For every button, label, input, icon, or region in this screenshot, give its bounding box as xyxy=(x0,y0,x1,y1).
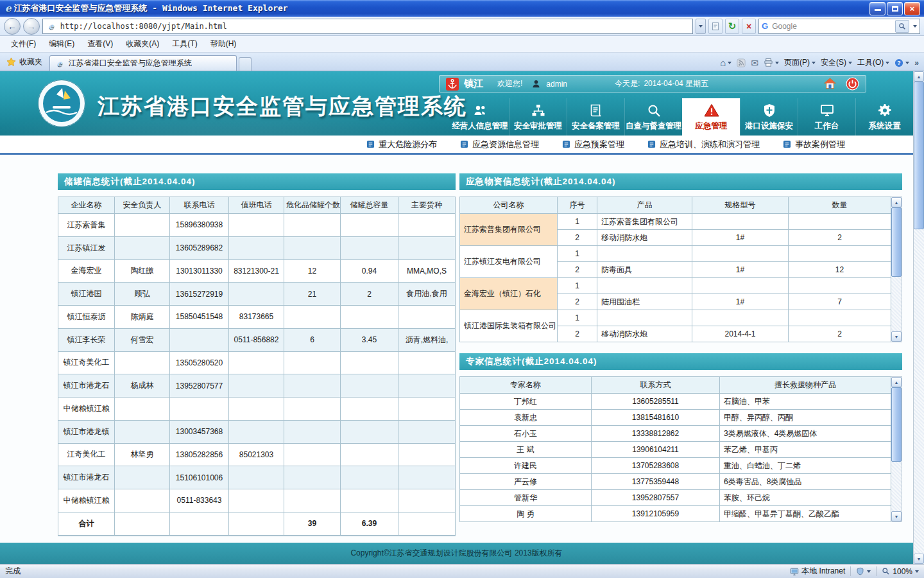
table-row[interactable]: 江苏镇江发电有限公司1 xyxy=(460,246,891,262)
menu-edit[interactable]: 编辑(E) xyxy=(43,36,80,52)
subnav-item-training[interactable]: 应急培训、演练和演习管理 xyxy=(647,139,760,150)
search-button[interactable] xyxy=(895,20,909,33)
nav-item-emergency[interactable]: 应急管理 xyxy=(682,98,740,136)
table-row[interactable]: 江苏镇江发13605289682 xyxy=(58,236,456,259)
menu-view[interactable]: 查看(V) xyxy=(81,36,119,52)
scroll-up-icon[interactable]: ▲ xyxy=(891,377,902,387)
refresh-button[interactable]: ↻ xyxy=(725,19,739,34)
table-cell xyxy=(341,306,398,329)
table-row[interactable]: 镇江市港龙镇13003457368 xyxy=(58,420,456,443)
table-row[interactable]: 江奇美化工林坚勇1380528285685021303 xyxy=(58,443,456,466)
page-scrollbar[interactable]: ▲ ▼ xyxy=(913,71,924,564)
table-row[interactable]: 镇江港国顾弘13615272919212食用油,食用 xyxy=(58,283,456,306)
safety-menu-button[interactable]: 安全(S) xyxy=(821,57,852,68)
scroll-thumb[interactable] xyxy=(914,82,924,229)
subnav-item-resources[interactable]: 应急资源信息管理 xyxy=(460,139,539,150)
tank-panel-title: 储罐信息统计(截止2014.04.04) xyxy=(58,173,456,190)
table-cell: 镇江奇美化工 xyxy=(58,351,115,374)
back-button[interactable]: ← xyxy=(4,18,21,35)
subnav-label: 重大危险源分布 xyxy=(379,139,437,150)
table-row[interactable]: 陶 勇13912105959甲缩醛、甲基异丁基酮、乙酸乙酯 xyxy=(460,506,891,522)
toolbar-overflow-button[interactable]: » xyxy=(914,58,919,67)
favorites-button[interactable]: 收藏夹 xyxy=(3,54,47,71)
minimize-button[interactable] xyxy=(869,2,886,15)
tab-title: 江苏省港口安全监管与应急管理系统 xyxy=(69,58,192,69)
table-row[interactable]: 严云修137753594486类毒害品、8类腐蚀品 xyxy=(460,474,891,490)
scroll-up-icon[interactable]: ▲ xyxy=(891,197,902,207)
table-row[interactable]: 镇江市港龙石杨成林13952807577 xyxy=(58,374,456,398)
table-row[interactable]: 丁邦红13605285511石脑油、甲苯 xyxy=(460,394,891,410)
tools-menu-button[interactable]: 工具(O) xyxy=(857,57,889,68)
scroll-thumb[interactable] xyxy=(891,207,902,277)
help-button[interactable]: ? xyxy=(894,58,909,67)
logout-power-icon[interactable] xyxy=(846,77,859,91)
experts-panel: 专家信息统计(截止2014.04.04) 专家名称联系方式擅长救援物种产品 丁邦… xyxy=(459,353,902,522)
menu-help[interactable]: 帮助(H) xyxy=(205,36,243,52)
search-dropdown-icon[interactable] xyxy=(913,25,917,28)
table-row[interactable]: 中储粮镇江粮0511-833643 xyxy=(58,489,456,512)
table-row[interactable]: 王 斌13906104211苯乙烯、甲基丙 xyxy=(460,442,891,458)
table-cell: 2 xyxy=(789,326,891,342)
menu-favorites[interactable]: 收藏夹(A) xyxy=(120,36,165,52)
maximize-button[interactable] xyxy=(887,2,903,15)
status-text: 完成 xyxy=(5,566,21,577)
forward-button[interactable]: → xyxy=(23,18,40,35)
table-row[interactable]: 许建民13705283608重油、白蜡油、丁二烯 xyxy=(460,458,891,474)
table-row[interactable]: 管新华13952807557苯胺、环己烷 xyxy=(460,490,891,506)
tank-header-row: 企业名称安全负责人联系电话值班电话危化品储罐个数储罐总容量主要货种 xyxy=(58,197,456,214)
table-row[interactable]: 合计396.39 xyxy=(58,512,456,535)
menu-file[interactable]: 文件(F) xyxy=(5,36,42,52)
menu-tools[interactable]: 工具(T) xyxy=(166,36,203,52)
nav-item-inspection[interactable]: 自查与督查管理 xyxy=(624,98,682,136)
table-cell: 移动消防水炮 xyxy=(597,326,692,342)
homepage-icon[interactable] xyxy=(823,77,837,91)
browser-tab[interactable]: e 江苏省港口安全监管与应急管理系统 xyxy=(49,55,237,71)
table-row[interactable]: 镇江李长荣何雪宏0511-85688263.45沥青,燃料油, xyxy=(58,328,456,351)
mail-icon: ✉ xyxy=(751,58,758,67)
page-menu-button[interactable]: 页面(P) xyxy=(784,57,816,68)
search-box[interactable]: G Google xyxy=(758,19,920,34)
nav-item-port-security[interactable]: 港口设施保安 xyxy=(740,98,798,136)
nav-item-safety-record[interactable]: 安全备案管理 xyxy=(567,98,624,136)
protected-mode-indicator[interactable] xyxy=(856,567,871,575)
subnav-item-hazard-map[interactable]: 重大危险源分布 xyxy=(366,139,437,150)
address-dropdown-button[interactable] xyxy=(696,19,706,34)
table-row[interactable]: 袁新忠13815481610甲醇、异丙醇、丙酮 xyxy=(460,410,891,426)
address-bar[interactable]: e http://localhost:8080/yjpt/Main.html xyxy=(42,19,693,34)
supplies-scrollbar[interactable]: ▲ ▼ xyxy=(891,197,902,342)
home-button[interactable]: ⌂ xyxy=(720,58,732,67)
table-row[interactable]: 金海宏业陶红皦1301301133083121300-21120.94MMA,M… xyxy=(58,259,456,283)
table-row[interactable]: 镇江市港龙石15106101006 xyxy=(58,466,456,489)
nav-item-safety-approval[interactable]: 安全审批管理 xyxy=(509,98,567,136)
table-row[interactable]: 镇江奇美化工13505280520 xyxy=(58,351,456,374)
table-row[interactable]: 中储粮镇江粮 xyxy=(58,398,456,421)
print-button[interactable] xyxy=(764,58,779,67)
feeds-button[interactable] xyxy=(737,58,746,67)
table-row[interactable]: 石小玉133388128623类易燃液体、4类易燃固体 xyxy=(460,426,891,442)
scroll-down-icon[interactable]: ▼ xyxy=(914,554,924,564)
chevron-down-icon xyxy=(905,62,909,64)
scroll-thumb[interactable] xyxy=(891,387,902,462)
nav-item-operators[interactable]: 经营人信息管理 xyxy=(451,98,509,136)
scroll-down-icon[interactable]: ▼ xyxy=(891,331,902,342)
nav-item-settings[interactable]: 系统设置 xyxy=(855,98,913,136)
read-mail-button[interactable]: ✉ xyxy=(751,58,758,67)
table-row[interactable]: 江苏索普集团有限公司1江苏索普集团有限公司 xyxy=(460,214,891,230)
table-row[interactable]: 江苏索普集15896380938 xyxy=(58,214,456,237)
table-row[interactable]: 金海宏业（镇江）石化1 xyxy=(460,278,891,294)
scroll-up-icon[interactable]: ▲ xyxy=(914,71,924,82)
subnav-item-cases[interactable]: 事故案例管理 xyxy=(783,139,845,150)
scroll-down-icon[interactable]: ▼ xyxy=(891,511,902,521)
table-row[interactable]: 镇江恒泰沥陈炳庭1585045154883173665 xyxy=(58,306,456,329)
nav-item-workbench[interactable]: 工作台 xyxy=(798,98,855,136)
table-row[interactable]: 镇江港国际集装箱有限公司1 xyxy=(460,310,891,326)
new-tab-button[interactable] xyxy=(239,57,252,71)
compatibility-view-button[interactable] xyxy=(708,19,723,34)
subnav-item-plans[interactable]: 应急预案管理 xyxy=(562,139,624,150)
experts-scrollbar[interactable]: ▲ ▼ xyxy=(891,376,902,522)
table-cell: 镇江恒泰沥 xyxy=(58,306,115,329)
stop-button[interactable]: × xyxy=(742,19,756,34)
close-button[interactable]: × xyxy=(904,2,920,15)
zoom-control[interactable]: 100% xyxy=(882,567,919,576)
search-input[interactable]: Google xyxy=(772,22,891,31)
